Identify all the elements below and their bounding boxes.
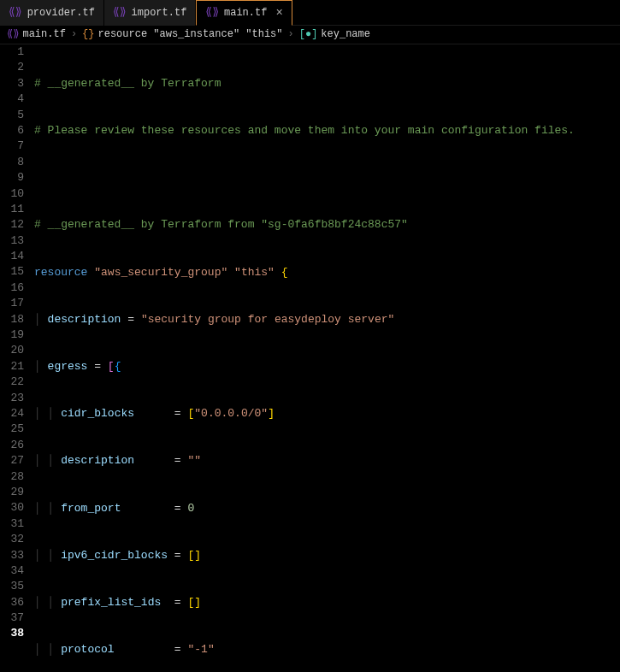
code-line: │ │ from_port = 0 <box>34 501 620 516</box>
code-area[interactable]: # __generated__ by Terraform # Please re… <box>34 44 620 672</box>
code-line <box>34 170 620 186</box>
code-line: │ │ cidr_blocks = ["0.0.0.0/0"] <box>34 406 620 421</box>
code-line: │ egress = [{ <box>34 359 620 374</box>
breadcrumb-file[interactable]: main.tf <box>22 27 65 42</box>
tab-label: provider.tf <box>27 5 95 21</box>
terraform-icon: ⟪⟫ <box>205 5 219 21</box>
code-line: │ │ ipv6_cidr_blocks = [] <box>34 548 620 563</box>
code-line: resource "aws_security_group" "this" { <box>34 265 620 280</box>
code-line: # __generated__ by Terraform <box>34 76 620 91</box>
code-line: │ │ protocol = "-1" <box>34 642 620 657</box>
code-line: │ │ description = "" <box>34 453 620 469</box>
editor-tabs: ⟪⟫ provider.tf ⟪⟫ import.tf ⟪⟫ main.tf × <box>0 0 620 26</box>
code-line: # Please review these resources and move… <box>34 123 620 139</box>
code-editor[interactable]: 1234567891011121314151617181920212223242… <box>0 44 620 672</box>
code-line: │ description = "security group for easy… <box>34 312 620 327</box>
breadcrumbs: ⟪⟫ main.tf › {} resource "aws_instance" … <box>0 26 620 44</box>
symbol-icon: [●] <box>299 27 318 42</box>
chevron-right-icon: › <box>69 27 79 42</box>
breadcrumb-resource[interactable]: resource "aws_instance" "this" <box>97 27 282 42</box>
tab-import[interactable]: ⟪⟫ import.tf <box>104 0 196 26</box>
terraform-icon: ⟪⟫ <box>9 5 22 21</box>
breadcrumb-attr[interactable]: key_name <box>321 27 370 42</box>
terraform-icon: ⟪⟫ <box>7 27 19 42</box>
chevron-right-icon: › <box>286 27 296 42</box>
code-line: │ │ prefix_list_ids = [] <box>34 595 620 610</box>
terraform-icon: ⟪⟫ <box>113 5 127 21</box>
tab-label: import.tf <box>132 5 187 21</box>
tab-label: main.tf <box>224 5 267 21</box>
symbol-icon: {} <box>82 27 94 42</box>
code-line: # __generated__ by Terraform from "sg-0f… <box>34 217 620 233</box>
tab-main[interactable]: ⟪⟫ main.tf × <box>196 0 292 26</box>
tab-provider[interactable]: ⟪⟫ provider.tf <box>0 0 104 26</box>
line-gutter: 1234567891011121314151617181920212223242… <box>0 44 34 672</box>
close-icon[interactable]: × <box>272 5 282 21</box>
